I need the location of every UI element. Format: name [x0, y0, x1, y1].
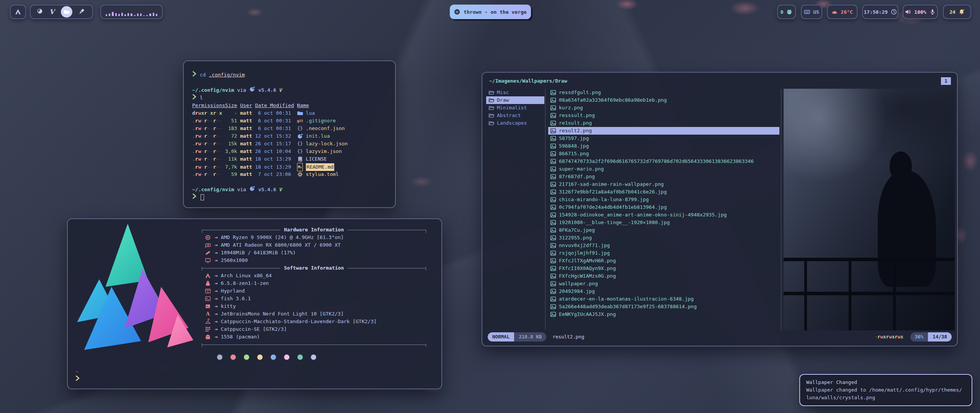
file-list-item[interactable]: 154928-odinokoe_anime-art-anime-okno-sin… [548, 211, 779, 219]
scroll-percent-badge: 36% [910, 332, 928, 341]
file-list-item[interactable]: ressdfgult.png [548, 89, 779, 96]
bell-icon [959, 9, 965, 15]
system-info-value: Arch Linux x86_64 [221, 272, 272, 280]
file-list-item-name: atardecer-en-la-montanas-ilustracion-634… [559, 295, 694, 303]
file-name-cell: LICENSE [297, 155, 387, 163]
arrow-glyph: → [215, 325, 218, 333]
ls-file-row: .rw-r--r--11kmatt18 oct 13:29LICENSE [192, 155, 387, 163]
status-widget-speaker[interactable]: 100% [903, 5, 938, 19]
file-list-item[interactable]: 596848.jpg [548, 142, 779, 150]
file-name-cell: git.gitignore [297, 117, 387, 125]
file-list-item[interactable]: 3122955.png [548, 234, 779, 242]
prompt-icon [192, 71, 197, 79]
file-list-item[interactable]: 68747470733a2f2f696d616765732d7769786d70… [548, 158, 779, 165]
file-list-item-name: EeNKYgIUcAAJ5JX.png [559, 311, 616, 318]
media-player-widget[interactable]: thrown - on the verge [450, 5, 531, 19]
app-icon-firefox[interactable] [37, 8, 43, 16]
status-widget-keyboard[interactable]: US [801, 5, 822, 19]
file-list-item[interactable]: FXfcHgcWIAMzs0G.png [548, 272, 779, 280]
sidebar-item-minimalist[interactable]: Minimalist [486, 104, 544, 112]
file-list-item[interactable]: 0c794faf07de24a4db4d4fb1eb813964.jpg [548, 203, 779, 211]
file-list-item-name: resssult.png [559, 112, 595, 119]
file-list-item[interactable]: 217167-sad-anime-rain-wallpaper.png [548, 180, 779, 188]
railing-post [849, 258, 851, 330]
divider [545, 89, 546, 330]
app-icon-brush[interactable] [79, 8, 85, 16]
file-list-item[interactable]: nnvuv0xj2df71.jpg [548, 242, 779, 249]
file-list-item[interactable]: resssult.png [548, 112, 779, 119]
sidebar-item-abstract[interactable]: Abstract [486, 112, 544, 119]
status-widget-rainbow[interactable]: 26°C [827, 5, 858, 19]
statusbar: NORMAL 218.8 KB result2.png -rwxrwxrwx 3… [482, 332, 957, 342]
file-list-item[interactable]: 08a634fa02a32364f69ebc86a98eb1eb.png [548, 96, 779, 104]
divider [202, 345, 426, 345]
status-widget-bell[interactable]: 24 [943, 5, 971, 19]
visualizer-bar [118, 14, 120, 16]
app-icon-vim[interactable]: V [49, 8, 54, 16]
box-bottom-border [202, 341, 426, 348]
file-date: 18 oct 13:29 [255, 163, 294, 171]
file-list-item[interactable]: super-mario.png [548, 165, 779, 173]
folder-open-icon [488, 105, 495, 111]
file-manager-window[interactable]: ~/Imagenes/Wallpapers/Draw 1 MiscDrawMin… [482, 72, 958, 346]
sidebar-item-landscapes[interactable]: Landscapes [486, 119, 544, 127]
file-list-item[interactable]: chica-mirando-la-luna-8799.jpg [548, 196, 779, 203]
silhouette-figure-body [878, 171, 936, 287]
visualizer-bar [115, 13, 117, 16]
file-list-item[interactable]: result2.png [548, 127, 779, 135]
system-info-row: →6.5.8-zen1-1-zen [202, 280, 426, 287]
sidebar-item-misc[interactable]: Misc [486, 89, 544, 96]
permissions-text: drwxr-xr-x [192, 109, 222, 117]
file-date: 18 oct 13:29 [255, 155, 294, 163]
moon-icon [297, 133, 303, 139]
status-widget-github[interactable]: 0 [777, 5, 796, 19]
terminal-window[interactable]: cd .config/nvim ~/.config/nvim via v5.4.… [183, 60, 396, 208]
file-list-item[interactable]: wallpaper.png [548, 280, 779, 288]
file-list-item[interactable]: 3126f7e9bbf21a8a4af0b67b041c6e26.jpg [548, 188, 779, 196]
folder-open-icon [488, 89, 495, 96]
fastfetch-window[interactable]: Hardware Information →AMD Ryzen 9 5900X … [67, 218, 442, 389]
tab-badge[interactable]: 1 [941, 77, 951, 85]
file-list-item[interactable]: 20492984.jpg [548, 288, 779, 295]
file-list-item[interactable]: EeNKYgIUcAAJ5JX.png [548, 311, 779, 318]
file-list-item[interactable]: rsjqojlmjhf91.jpg [548, 249, 779, 257]
file-list-item-name: nnvuv0xj2df71.jpg [559, 242, 610, 249]
notification-toast[interactable]: Wallpaper Changed Wallpaper changed to /… [799, 374, 972, 406]
system-info-value: Hyprland [221, 287, 245, 295]
app-launcher-button[interactable] [10, 5, 26, 19]
file-list-item[interactable]: 587597.jpg [548, 135, 779, 142]
file-list-item[interactable]: 19201080-__blue-tinge__-1920×1080.jpg [548, 219, 779, 226]
status-widget-text: US [813, 9, 819, 15]
divider [348, 268, 426, 268]
divider [781, 89, 781, 330]
visualizer-bar [143, 15, 145, 16]
context-path: ~/.config/nvim [192, 186, 234, 193]
file-list-item[interactable]: FXfcII0X0AQyn9X.png [548, 265, 779, 272]
sidebar-item-draw[interactable]: Draw [486, 96, 544, 104]
file-list-item-name: 08a634fa02a32364f69ebc86a98eb1eb.png [559, 96, 667, 104]
file-list-item[interactable]: 87r687df.png [548, 173, 779, 180]
divider [202, 268, 280, 268]
file-list-item[interactable]: atardecer-en-la-montanas-ilustracion-634… [548, 295, 779, 303]
image-file-icon [550, 242, 556, 249]
file-list-item[interactable]: 866715.png [548, 150, 779, 158]
terminal-prompt-line[interactable] [192, 193, 387, 201]
image-file-icon [550, 158, 556, 164]
file-size: 11k [225, 155, 237, 163]
fetch-prompt[interactable]: ~ [75, 368, 83, 383]
visualizer-bar [156, 14, 157, 16]
file-name-cell: {}lazy-lock.json [297, 140, 387, 148]
app-icon-folder[interactable] [61, 6, 72, 18]
status-widget-clock[interactable]: 17:50:29 [862, 5, 898, 19]
system-info-row: →kitty [202, 302, 426, 310]
file-list-item[interactable]: 8FKa7Cu.jpeg [548, 226, 779, 234]
ls-header-name: Name [297, 102, 387, 109]
file-list-item[interactable]: re1sult.png [548, 119, 779, 127]
ls-file-row: .rw-r--r--183matt 6 oct 00:31{}.neoconf.… [192, 125, 387, 132]
file-list-item[interactable]: FXfcJlTXgAMvH6R.png [548, 257, 779, 265]
file-name-cell: {}lazyvim.json [297, 148, 387, 155]
file-list-item[interactable]: 5a266e448add93deab367d87173e9f25-6837886… [548, 303, 779, 311]
file-list-item-name: super-mario.png [559, 165, 604, 173]
audio-visualizer-widget[interactable] [100, 5, 163, 19]
file-list-item[interactable]: kurz.png [548, 104, 779, 112]
